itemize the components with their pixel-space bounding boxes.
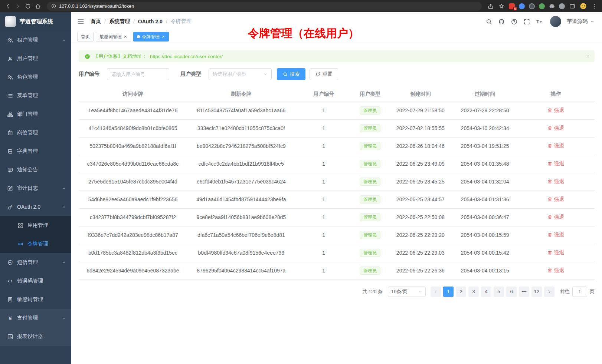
- extension-icon[interactable]: [559, 3, 565, 9]
- breadcrumb-item[interactable]: 首页: [91, 18, 101, 25]
- alert-close-icon[interactable]: [586, 54, 590, 59]
- expire-time-cell: 2054-03-04 19:51:25: [453, 137, 517, 155]
- username[interactable]: 芋道源码: [567, 18, 588, 25]
- sidebar-item-tenant[interactable]: 租户管理: [0, 31, 71, 49]
- page-button-1[interactable]: 1: [443, 287, 454, 297]
- extension-icon[interactable]: [519, 3, 525, 9]
- sidebar-item-dept[interactable]: 部门管理: [0, 105, 71, 123]
- users-icon: [7, 37, 13, 43]
- user-type-cell: 管理员: [352, 244, 388, 262]
- page-size-select[interactable]: 10条/页: [388, 287, 426, 297]
- sidebar-item-label: 菜单管理: [17, 92, 66, 99]
- force-logout-button[interactable]: 强退: [547, 107, 564, 114]
- access-token-cell: f9336e7c7dd242a283ee98dc86b17a87: [79, 226, 187, 244]
- doc-alert: 【用户体系】文档地址： https://doc.iocoder.cn/user-…: [79, 50, 595, 62]
- sidebar-item-sensitive-word[interactable]: 敏感词管理: [0, 290, 71, 309]
- force-logout-button[interactable]: 强退: [547, 214, 564, 221]
- tab-sensitive-word[interactable]: 敏感词管理: [96, 32, 131, 42]
- bookmark-star-icon[interactable]: [498, 3, 505, 10]
- force-logout-button[interactable]: 强退: [547, 178, 564, 185]
- github-icon[interactable]: [498, 18, 505, 25]
- share-icon[interactable]: [487, 3, 494, 10]
- next-page-button[interactable]: [544, 287, 554, 297]
- force-logout-button[interactable]: 强退: [547, 267, 564, 274]
- created-time-cell: 2022-06-25 22:29:03: [388, 244, 453, 262]
- sidebar-item-dict[interactable]: 字典管理: [0, 142, 71, 161]
- reload-icon[interactable]: [24, 3, 31, 10]
- sidebar-item-role[interactable]: 角色管理: [0, 68, 71, 86]
- code-icon: [7, 278, 13, 284]
- sidebar-item-oauth2-app[interactable]: 应用管理: [0, 216, 71, 235]
- tab-token[interactable]: 令牌管理: [133, 32, 169, 42]
- user-id-input[interactable]: [107, 68, 169, 80]
- user-avatar[interactable]: [550, 16, 561, 27]
- force-logout-button[interactable]: 强退: [547, 249, 564, 256]
- page-button-5[interactable]: 5: [494, 287, 504, 297]
- sidebar-item-pay[interactable]: ¥支付管理: [0, 309, 71, 327]
- tab-close-icon[interactable]: [124, 35, 127, 39]
- sidebar-item-oauth2[interactable]: OAuth 2.0: [0, 198, 71, 216]
- refresh-token-cell: 333ecfc71e02480cb11055c875c3ca0f: [187, 119, 295, 137]
- search-button[interactable]: 搜索: [277, 68, 305, 80]
- extension-icon[interactable]: [539, 3, 545, 9]
- force-logout-button[interactable]: 强退: [547, 125, 564, 132]
- sidebar-item-sms[interactable]: 短信管理: [0, 253, 71, 272]
- caret-down-icon[interactable]: [590, 19, 595, 24]
- column-header: 用户类型: [352, 87, 388, 102]
- sidebar-item-notice[interactable]: 通知公告: [0, 161, 71, 179]
- force-logout-button[interactable]: 强退: [547, 143, 564, 149]
- breadcrumb-item[interactable]: OAuth 2.0: [138, 19, 163, 24]
- extension-icon[interactable]: 0: [509, 3, 515, 9]
- menu-fold-icon[interactable]: [77, 18, 85, 25]
- reset-button[interactable]: 重置: [310, 68, 338, 80]
- alert-link[interactable]: https://doc.iocoder.cn/user-center/: [150, 54, 223, 59]
- extension-icon[interactable]: [529, 3, 535, 9]
- sidebar-item-menu[interactable]: 菜单管理: [0, 86, 71, 105]
- sidebar-item-label: 用户管理: [17, 55, 66, 62]
- breadcrumb-item[interactable]: 系统管理: [109, 18, 130, 25]
- side-panel-icon[interactable]: [569, 3, 576, 10]
- address-bar[interactable]: 127.0.0.1:1024/system/oauth2/token: [47, 2, 482, 11]
- sidebar-item-post[interactable]: 岗位管理: [0, 123, 71, 142]
- back-icon[interactable]: [4, 3, 11, 10]
- page-size-value: 10条/页: [391, 288, 408, 295]
- sidebar-item-error-code[interactable]: 错误码管理: [0, 272, 71, 290]
- help-icon[interactable]: [511, 18, 518, 25]
- sidebar-item-label: OAuth 2.0: [17, 204, 58, 210]
- sidebar-item-report-designer[interactable]: 报表设计器: [0, 327, 71, 346]
- font-size-icon[interactable]: TT: [536, 18, 543, 25]
- annotation-text: 令牌管理（在线用户）: [248, 26, 359, 41]
- force-logout-button[interactable]: 强退: [547, 232, 564, 238]
- sidebar-item-oauth2-token[interactable]: 令牌管理: [0, 235, 71, 253]
- profile-avatar-icon[interactable]: [580, 3, 587, 10]
- force-logout-button[interactable]: 强退: [547, 196, 564, 203]
- tab-close-icon[interactable]: [161, 35, 165, 39]
- force-logout-button[interactable]: 强退: [547, 161, 564, 167]
- goto-page-input[interactable]: [572, 287, 587, 297]
- forward-icon[interactable]: [14, 3, 21, 10]
- home-icon[interactable]: [35, 3, 41, 10]
- page-button-2[interactable]: 2: [456, 287, 466, 297]
- sidebar-item-user[interactable]: 用户管理: [0, 49, 71, 68]
- expire-time-cell: 2054-03-04 01:31:36: [453, 191, 517, 208]
- page-button-3[interactable]: 3: [468, 287, 479, 297]
- refresh-token-cell: 8796295f04064c2983414cc54af1097a: [187, 262, 295, 279]
- prev-page-button[interactable]: [431, 287, 441, 297]
- filter-bar: 用户编号 用户类型 请选择用户类型 搜索 重置: [79, 68, 595, 80]
- fullscreen-icon[interactable]: [523, 18, 530, 25]
- page-button-6[interactable]: 6: [506, 287, 517, 297]
- search-icon[interactable]: [485, 18, 493, 25]
- page-button-4[interactable]: 4: [481, 287, 491, 297]
- table-row: 6d842e2924594de9a09e45e087323abe 8796295…: [79, 262, 595, 279]
- page-button-12[interactable]: 12: [531, 287, 542, 297]
- chevron-up-icon: [62, 205, 66, 209]
- app-logo[interactable]: 芋道管理系统: [0, 12, 71, 31]
- browser-menu-icon[interactable]: [591, 3, 598, 10]
- tab-home[interactable]: 首页: [77, 32, 94, 42]
- extensions-puzzle-icon[interactable]: [549, 3, 555, 9]
- sidebar-item-audit-log[interactable]: 审计日志: [0, 179, 71, 198]
- user-type-select[interactable]: 请选择用户类型: [209, 68, 272, 80]
- site-info-icon[interactable]: [51, 4, 56, 9]
- more-pages-button[interactable]: •••: [519, 287, 529, 297]
- user-type-badge: 管理员: [360, 178, 380, 186]
